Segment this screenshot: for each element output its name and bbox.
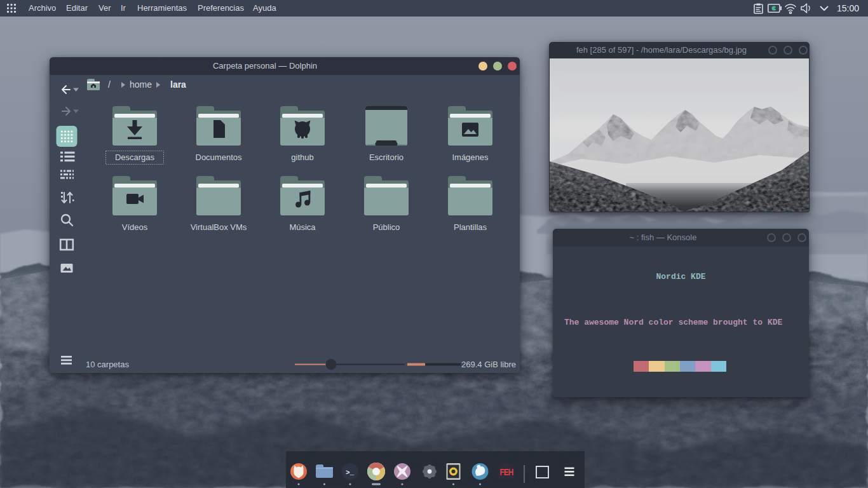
svg-text:>_: >_: [346, 469, 355, 477]
svg-text:269.4 GiB libre: 269.4 GiB libre: [461, 360, 516, 369]
svg-text:lara: lara: [170, 79, 186, 90]
svg-text:home: home: [130, 79, 152, 90]
svg-text:10 carpetas: 10 carpetas: [86, 360, 129, 369]
svg-text:FEH: FEH: [500, 467, 514, 477]
svg-text:/: /: [108, 79, 111, 90]
